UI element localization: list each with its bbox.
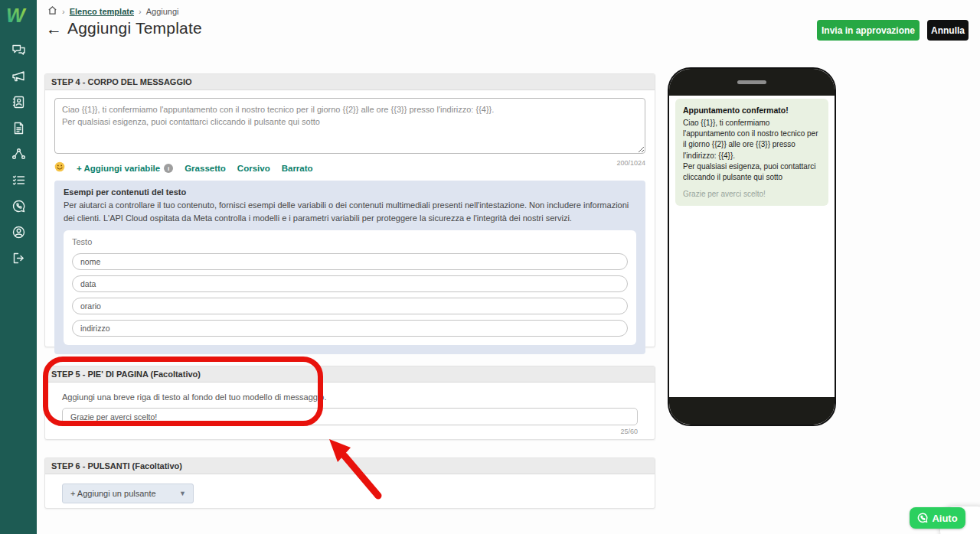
flow-icon[interactable] <box>11 147 26 161</box>
variable-example-input-2[interactable] <box>72 275 628 292</box>
breadcrumb-current: Aggiungi <box>146 7 179 16</box>
emoji-icon[interactable] <box>54 161 65 175</box>
submit-approval-button[interactable]: Invia in approvazione <box>817 20 920 41</box>
back-arrow-icon[interactable]: ← <box>46 21 62 37</box>
variable-example-input-3[interactable] <box>72 298 628 314</box>
page-title: Aggiungi Template <box>67 19 202 37</box>
checklist-icon[interactable] <box>11 173 26 187</box>
app-logo[interactable]: W <box>5 3 32 31</box>
breadcrumb-separator: › <box>62 7 65 16</box>
info-icon[interactable]: i <box>164 164 173 173</box>
logout-icon[interactable] <box>11 251 26 265</box>
step6-card: STEP 6 - PULSANTI (Facoltativo) + Aggiun… <box>44 457 655 509</box>
examples-panel: Esempi per contenuti del testo Per aiuta… <box>54 181 645 354</box>
chevron-down-icon: ▼ <box>179 490 186 497</box>
strikethrough-button[interactable]: Barrato <box>282 164 313 173</box>
variable-example-input-1[interactable] <box>72 253 628 270</box>
preview-body-text: Ciao {{1}}, ti confermiamo l'appuntament… <box>683 118 821 183</box>
italic-button[interactable]: Corsivo <box>237 164 270 173</box>
variable-example-input-4[interactable] <box>72 320 628 337</box>
examples-inner-card: Testo <box>64 230 636 345</box>
body-char-counter: 200/1024 <box>616 159 645 167</box>
footer-char-counter: 25/60 <box>62 428 638 435</box>
examples-title: Esempi per contenuti del testo <box>64 187 636 197</box>
step5-card: STEP 5 - PIE' DI PAGINA (Facoltativo) Ag… <box>44 366 655 440</box>
body-toolbar: + Aggiungi variabile i Grassetto Corsivo… <box>54 161 313 175</box>
sidebar: W <box>0 0 37 534</box>
account-icon[interactable] <box>11 225 26 239</box>
add-button-dropdown[interactable]: + Aggiungi un pulsante ▼ <box>62 484 194 503</box>
phone-preview: Appuntamento confermato! Ciao {{1}}, ti … <box>668 67 836 426</box>
preview-footer-text: Grazie per averci scelto! <box>683 190 821 198</box>
preview-header-text: Appuntamento confermato! <box>683 106 821 115</box>
whatsapp-icon <box>917 513 928 523</box>
step5-header: STEP 5 - PIE' DI PAGINA (Facoltativo) <box>45 366 655 383</box>
message-preview-bubble: Appuntamento confermato! Ciao {{1}}, ti … <box>675 99 828 206</box>
contacts-icon[interactable] <box>11 95 26 109</box>
bold-button[interactable]: Grassetto <box>185 164 226 173</box>
breadcrumb-link-elenco-template[interactable]: Elenco template <box>70 7 134 16</box>
step5-description: Aggiungi una breve riga di testo al fond… <box>62 392 638 402</box>
template-icon[interactable] <box>11 121 26 135</box>
whatsapp-icon[interactable] <box>11 199 26 213</box>
help-button[interactable]: Aiuto <box>910 507 965 529</box>
message-body-textarea[interactable]: Ciao {{1}}, ti confermiamo l'appuntament… <box>54 98 645 154</box>
examples-text-label: Testo <box>72 237 628 246</box>
examples-description: Per aiutarci a controllare il tuo conten… <box>64 199 636 224</box>
chat-icon[interactable] <box>11 43 26 57</box>
megaphone-icon[interactable] <box>11 69 26 83</box>
phone-bottom-bezel <box>669 397 835 425</box>
step4-header: STEP 4 - CORPO DEL MESSAGGIO <box>45 74 655 90</box>
breadcrumb-separator: › <box>139 7 142 16</box>
svg-text:W: W <box>6 4 27 27</box>
step4-card: STEP 4 - CORPO DEL MESSAGGIO Ciao {{1}},… <box>44 73 655 347</box>
phone-top-bezel <box>669 69 835 96</box>
add-button-dropdown-label: + Aggiungi un pulsante <box>70 489 156 498</box>
step6-header: STEP 6 - PULSANTI (Facoltativo) <box>45 458 655 474</box>
home-icon[interactable] <box>47 5 57 17</box>
breadcrumb: › Elenco template › Aggiungi <box>47 5 179 17</box>
cancel-button[interactable]: Annulla <box>927 20 969 41</box>
help-button-label: Aiuto <box>932 513 957 524</box>
add-variable-button[interactable]: + Aggiungi variabile <box>77 164 160 173</box>
phone-speaker <box>737 80 766 84</box>
footer-text-input[interactable] <box>62 408 638 425</box>
